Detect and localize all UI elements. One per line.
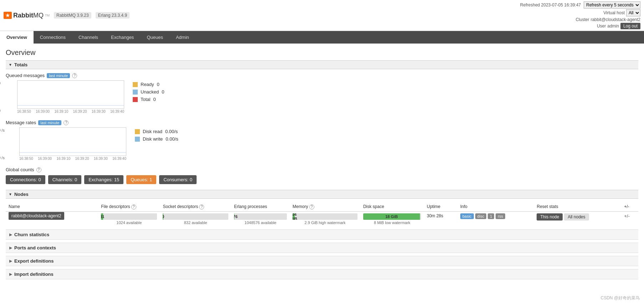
legend-unacked-value: 0 bbox=[162, 89, 164, 95]
ports-contexts-header[interactable]: ▶ Ports and contexts bbox=[6, 243, 638, 253]
file-desc-help[interactable]: ? bbox=[131, 204, 136, 209]
user-value: admin bbox=[607, 24, 619, 29]
disk-space-bar: 18 GiB bbox=[363, 213, 421, 220]
vhost-select[interactable]: All bbox=[626, 9, 640, 16]
import-definitions-header[interactable]: ▶ Import definitions bbox=[6, 269, 638, 279]
ports-label: Ports and contexts bbox=[14, 245, 56, 250]
reset-stats-buttons: This node All nodes bbox=[537, 213, 618, 221]
rates-chart-row: 1.0 /s 0.0 /s 16:38:50 16:39:00 16:39:10… bbox=[6, 127, 638, 161]
queued-messages-label: Queued messages last minute ? bbox=[6, 73, 638, 78]
legend-total-label: Total bbox=[141, 97, 150, 102]
memory-cell: 104 MiB 2.9 GiB high watermark bbox=[290, 211, 360, 227]
vhost-label: Virtual host bbox=[603, 10, 625, 15]
ports-contexts-section: ▶ Ports and contexts bbox=[6, 243, 638, 253]
chart1-box bbox=[17, 80, 124, 109]
memory-fill: 104 MiB bbox=[293, 213, 294, 220]
nodes-table: Name File descriptors ? Socket descripto… bbox=[6, 202, 638, 227]
reset-stats-cell: This node All nodes bbox=[534, 211, 621, 227]
col-info: Info bbox=[457, 202, 534, 211]
churn-statistics-header[interactable]: ▶ Churn statistics bbox=[6, 229, 638, 240]
nav-exchanges[interactable]: Exchanges bbox=[105, 31, 140, 44]
info-cell: basic disc 1 rss bbox=[457, 211, 534, 227]
chart1-y-bottom: 0.0 bbox=[0, 108, 0, 113]
socket-desc-help[interactable]: ? bbox=[199, 204, 204, 209]
nav-channels[interactable]: Channels bbox=[72, 31, 105, 44]
import-label: Import definitions bbox=[14, 272, 54, 277]
export-label: Export definitions bbox=[14, 258, 54, 264]
nodes-section-header[interactable]: ▼ Nodes bbox=[6, 190, 638, 199]
legend-ready-value: 0 bbox=[157, 82, 159, 87]
disk-space-watermark: 8 MiB low watermark bbox=[363, 221, 421, 225]
col-file-desc: File descriptors ? bbox=[98, 202, 160, 211]
col-memory: Memory ? bbox=[290, 202, 360, 211]
plusminus-toggle[interactable]: +/- bbox=[624, 213, 630, 219]
chart2-y-top: 1.0 /s bbox=[0, 128, 5, 132]
logout-button[interactable]: Log out bbox=[620, 23, 640, 29]
file-desc-available: 1024 available bbox=[101, 221, 157, 225]
connections-badge[interactable]: Connections: 0 bbox=[6, 175, 45, 184]
ports-arrow: ▶ bbox=[9, 246, 12, 250]
erlang-proc-bar: 376 bbox=[234, 213, 287, 220]
col-name: Name bbox=[6, 202, 98, 211]
queued-help-icon[interactable]: ? bbox=[72, 73, 77, 78]
totals-section-header[interactable]: ▼ Totals bbox=[6, 60, 638, 69]
user-row: User admin Log out bbox=[597, 23, 640, 29]
churn-statistics-section: ▶ Churn statistics bbox=[6, 229, 638, 240]
nav-overview[interactable]: Overview bbox=[0, 31, 34, 44]
badge-basic: basic bbox=[460, 213, 474, 219]
nav-queues[interactable]: Queues bbox=[140, 31, 169, 44]
legend-disk-read-value: 0.00/s bbox=[165, 129, 178, 134]
this-node-button[interactable]: This node bbox=[537, 213, 563, 221]
nav-connections[interactable]: Connections bbox=[34, 31, 72, 44]
col-erlang-proc: Erlang processes bbox=[231, 202, 290, 211]
chart1-line bbox=[17, 105, 124, 106]
memory-watermark: 2.9 GiB high watermark bbox=[293, 221, 358, 225]
export-arrow: ▶ bbox=[9, 259, 12, 263]
disk-space-fill: 18 GiB bbox=[363, 213, 420, 220]
chart1-x-labels: 16:38:50 16:39:00 16:39:10 16:39:20 16:3… bbox=[17, 110, 124, 113]
chart2-legend: Disk read 0.00/s Disk write 0.00/s bbox=[135, 127, 178, 142]
socket-desc-fill: 0 bbox=[163, 213, 163, 220]
channels-badge[interactable]: Channels: 0 bbox=[48, 175, 81, 184]
chart2-box bbox=[19, 127, 126, 156]
chart2-wrap: 1.0 /s 0.0 /s 16:38:50 16:39:00 16:39:10… bbox=[6, 127, 126, 161]
legend-total: Total 0 bbox=[133, 97, 164, 102]
node-name: rabbit@cloudstack-agent2 bbox=[9, 212, 64, 220]
exchanges-badge[interactable]: Exchanges: 15 bbox=[84, 175, 123, 184]
legend-total-value: 0 bbox=[153, 97, 156, 102]
global-counts-help[interactable]: ? bbox=[36, 167, 41, 172]
all-nodes-button[interactable]: All nodes bbox=[564, 213, 589, 221]
nodes-arrow: ▼ bbox=[9, 192, 12, 196]
info-badges: basic disc 1 rss bbox=[460, 213, 531, 219]
legend-unacked-label: Unacked bbox=[141, 89, 159, 95]
logo: ★ RabbitMQ TM bbox=[4, 12, 50, 19]
nav-admin[interactable]: Admin bbox=[169, 31, 196, 44]
file-desc-cell: 41 1024 available bbox=[98, 211, 160, 227]
churn-label: Churn statistics bbox=[14, 232, 49, 237]
plusminus-cell: +/- bbox=[621, 211, 638, 227]
counts-row: Connections: 0 Channels: 0 Exchanges: 15… bbox=[6, 175, 638, 184]
import-definitions-section: ▶ Import definitions bbox=[6, 269, 638, 279]
cluster-value: rabbit@cloudstack-agent2 bbox=[590, 17, 640, 22]
export-definitions-header[interactable]: ▶ Export definitions bbox=[6, 256, 638, 266]
erlang-proc-fill: 376 bbox=[234, 213, 234, 220]
legend-unacked-color bbox=[133, 90, 138, 95]
legend-unacked: Unacked 0 bbox=[133, 89, 164, 95]
badge-num: 1 bbox=[488, 213, 494, 219]
refresh-select[interactable]: Refresh every 5 seconds bbox=[584, 1, 640, 9]
chart1-legend: Ready 0 Unacked 0 Total 0 bbox=[133, 80, 164, 102]
socket-desc-bar: 0 bbox=[163, 213, 228, 220]
queues-badge[interactable]: Queues: 1 bbox=[126, 175, 156, 184]
nodes-label: Nodes bbox=[14, 192, 29, 197]
chart1-wrap: 1.0 0.0 16:38:50 16:39:00 16:39:10 16:39… bbox=[6, 80, 124, 113]
erlang-proc-available: 1048576 available bbox=[234, 221, 287, 225]
chart2-x-labels: 16:38:50 16:39:00 16:39:10 16:39:20 16:3… bbox=[19, 157, 126, 161]
consumers-badge[interactable]: Consumers: 0 bbox=[159, 175, 197, 184]
node-name-cell: rabbit@cloudstack-agent2 bbox=[6, 211, 98, 227]
global-counts-text: Global counts bbox=[6, 167, 34, 172]
queued-messages-text: Queued messages bbox=[6, 73, 45, 78]
file-desc-bar: 41 bbox=[101, 213, 157, 220]
message-rates-help[interactable]: ? bbox=[64, 120, 69, 125]
legend-disk-read-label: Disk read bbox=[143, 129, 162, 134]
memory-help[interactable]: ? bbox=[309, 204, 314, 209]
